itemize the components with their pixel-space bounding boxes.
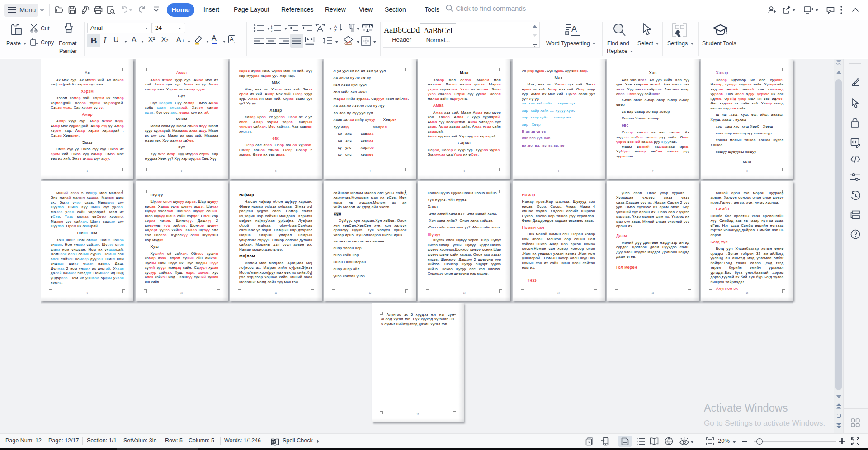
svg-text:Z: Z bbox=[334, 28, 337, 33]
svg-text:A: A bbox=[334, 24, 337, 28]
svg-text:3: 3 bbox=[271, 29, 272, 32]
svg-text:A: A bbox=[571, 24, 577, 33]
